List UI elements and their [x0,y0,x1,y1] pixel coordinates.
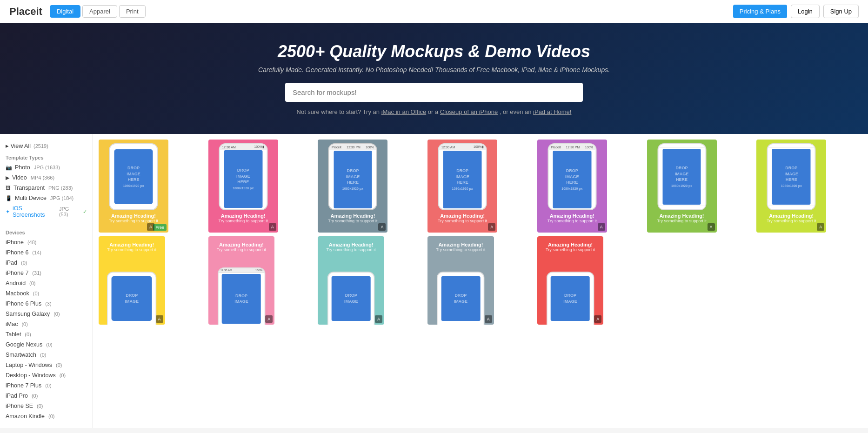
mockup-card-2[interactable]: 12:30 AM100%▮ DROPIMAGEHERE 1080x1920 px… [208,140,278,233]
sidebar-item-ipad-pro-count: (0) [32,393,38,399]
mockup-card-1[interactable]: DROPIMAGEHERE 1080x1920 px Amazing Headi… [99,140,168,233]
logo[interactable]: Placeit [9,6,42,18]
sidebar-item-iphone6plus[interactable]: iPhone 6 Plus (3) [0,299,93,309]
sidebar-item-imac-label: iMac [6,321,18,327]
sidebar-item-macbook[interactable]: Macbook (0) [0,288,93,299]
hero-link-imac[interactable]: iMac in an Office [381,108,427,115]
mockup-card-11[interactable]: DROPIMAGE Amazing Heading! Try something… [427,236,494,325]
sidebar-item-tablet-count: (0) [25,332,31,337]
mockup-card-4[interactable]: 12:30 AM100%▮ DROPIMAGEHERE 1080x1920 px… [427,140,497,233]
card11-a-badge: A [485,315,492,323]
mockup-card-8[interactable]: DROPIMAGE Amazing Heading! Try something… [99,236,165,325]
sidebar-item-laptop-windows[interactable]: Laptop - Windows (0) [0,360,93,370]
card3-sub: Try something to support it [318,219,387,223]
card12-sub: Try something to support it [537,247,604,252]
sidebar-item-video-format: MP4 (366) [31,175,54,180]
hero-links-sep1: or a [428,108,440,115]
mockup-card-12[interactable]: DROPIMAGE Amazing Heading! Try something… [537,236,604,325]
sidebar-item-iphone6[interactable]: iPhone 6 (14) [0,247,93,258]
sidebar-item-iphone-label: iPhone [6,239,24,246]
nav-tab-apparel[interactable]: Apparel [82,5,117,18]
sidebar-item-transparent[interactable]: 🖼 Transparent PNG (283) [0,183,93,193]
sidebar-template-types-title: Template Types [0,151,93,162]
sidebar-item-video[interactable]: ▶ Video MP4 (366) [0,173,93,183]
sidebar-item-ios-screenshots-label: iOS Screenshots [13,205,55,218]
sidebar-view-all-count: (2519) [33,143,48,149]
sidebar-item-samsung-count: (0) [53,311,60,317]
sidebar-view-all[interactable]: ▸ View All (2519) [0,140,93,151]
card9-heading: Amazing Heading! [208,242,275,247]
hero-section: 2500+ Quality Mockups & Demo Videos Care… [0,23,868,134]
card5-sub: Try something to support it [537,219,607,223]
sidebar-item-google-nexus[interactable]: Google Nexus (0) [0,340,93,350]
sidebar-item-smartwatch[interactable]: Smartwatch (0) [0,350,93,360]
sidebar-item-ipad-pro[interactable]: iPad Pro (0) [0,391,93,401]
sidebar-item-iphone6-label: iPhone 6 [6,249,28,256]
header-left: Placeit Digital Apparel Print [9,5,146,18]
sidebar-item-android[interactable]: Android (0) [0,278,93,288]
nav-tab-print[interactable]: Print [119,5,146,18]
sidebar-item-iphone7plus[interactable]: iPhone 7 Plus (0) [0,380,93,391]
login-button[interactable]: Login [791,5,820,18]
sidebar-item-smartwatch-count: (0) [40,352,46,358]
card10-sub: Try something to support it [318,247,384,252]
sidebar-item-ipad[interactable]: iPad (0) [0,258,93,268]
mockup-card-10[interactable]: DROPIMAGE Amazing Heading! Try something… [318,236,384,325]
card1-a-badge: A [147,223,154,231]
signup-button[interactable]: Sign Up [823,5,859,18]
mockup-grid: DROPIMAGEHERE 1080x1920 px Amazing Headi… [99,140,862,325]
sidebar-item-iphone7[interactable]: iPhone 7 (31) [0,268,93,278]
card11-heading: Amazing Heading! [427,242,494,247]
sidebar-item-desktop-windows[interactable]: Desktop - Windows (0) [0,370,93,380]
mockup-card-9[interactable]: 12:30 AM100% DROPIMAGE Amazing Heading! … [208,236,275,325]
sidebar-item-iphone[interactable]: iPhone (48) [0,237,93,247]
sidebar-item-tablet[interactable]: Tablet (0) [0,329,93,340]
card12-a-badge: A [594,315,601,323]
sidebar-item-samsung[interactable]: Samsung Galaxy (0) [0,309,93,319]
card10-a-badge: A [375,315,382,323]
sidebar-item-photo-label: Photo [15,164,30,171]
sidebar-item-tablet-label: Tablet [6,331,21,338]
sidebar-item-android-label: Android [6,280,26,286]
card5-heading: Amazing Heading! [537,213,607,219]
sidebar-item-ipad-count: (0) [21,260,27,266]
hero-link-iphone[interactable]: Closeup of an iPhone [440,108,498,115]
sidebar-item-imac[interactable]: iMac (0) [0,319,93,329]
mockup-card-3[interactable]: Placeit12:30 PM100% DROPIMAGEHERE 1080x1… [318,140,387,233]
card1-free-badge: Free [153,224,167,231]
sidebar-view-all-label: ▸ View All [6,142,31,149]
sidebar-item-ipad-label: iPad [6,260,17,266]
search-box [285,83,583,102]
card7-heading: Amazing Heading! [756,213,826,219]
mockup-card-5[interactable]: Placeit12:30 PM100% DROPIMAGEHERE 1080x1… [537,140,607,233]
card8-heading: Amazing Heading! [99,242,165,247]
hero-links: Not sure where to start? Try an iMac in … [9,108,859,115]
hero-title: 2500+ Quality Mockups & Demo Videos [9,42,859,61]
sidebar-item-photo-format: JPG (1633) [34,165,60,170]
sidebar-item-ipad-pro-label: iPad Pro [6,393,28,399]
mockup-card-7[interactable]: DROPIMAGEHERE 1080x1920 px Amazing Headi… [756,140,826,233]
sidebar-item-desktop-windows-count: (0) [60,373,66,378]
hero-link-ipad[interactable]: iPad at Home! [533,108,571,115]
ios-screenshots-icon: ✦ [6,209,10,215]
sidebar-item-multi-device-label: Multi Device [15,195,47,201]
multi-device-icon: 📱 [6,195,12,201]
mockup-card-6[interactable]: DROPIMAGEHERE 1080x1920 px Amazing Headi… [647,140,717,233]
card5-a-badge: A [598,223,605,231]
sidebar-item-ios-screenshots[interactable]: ✦ iOS Screenshots JPG (53) ✓ [0,203,93,220]
card4-a-badge: A [488,223,495,231]
card7-a-badge: A [817,223,824,231]
sidebar-item-photo[interactable]: 📷 Photo JPG (1633) [0,162,93,173]
sidebar-item-iphone-se[interactable]: iPhone SE (0) [0,401,93,411]
hero-subtitle: Carefully Made. Generated Instantly. No … [9,66,859,73]
sidebar-item-smartwatch-label: Smartwatch [6,352,36,358]
sidebar-item-android-count: (0) [29,280,35,286]
nav-tabs: Digital Apparel Print [50,5,146,18]
pricing-plans-button[interactable]: Pricing & Plans [733,5,787,18]
nav-tab-digital[interactable]: Digital [50,5,80,18]
sidebar-item-ios-screenshots-format: JPG (53) [59,206,79,217]
sidebar-item-amazon-kindle[interactable]: Amazon Kindle (0) [0,411,93,421]
search-input[interactable] [285,83,583,102]
card1-heading: Amazing Heading! [99,213,168,219]
sidebar-item-multi-device[interactable]: 📱 Multi Device JPG (184) [0,193,93,203]
